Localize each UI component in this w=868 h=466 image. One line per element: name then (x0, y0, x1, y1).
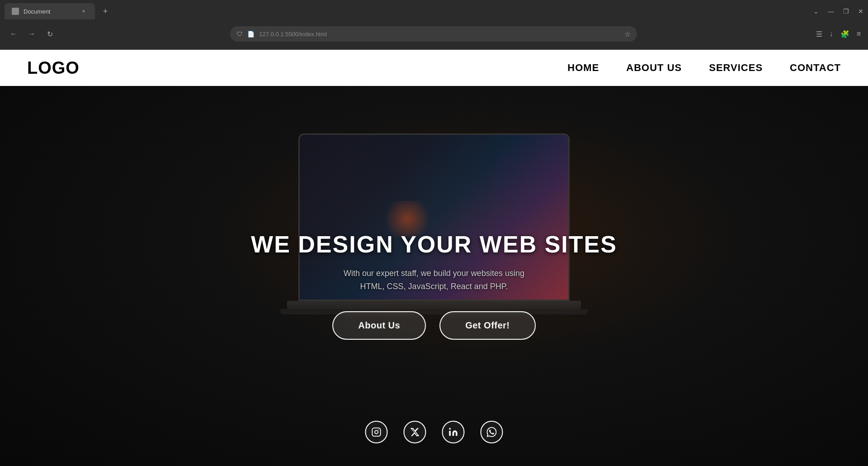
toolbar-right-icons: ☰ ↓ 🧩 ≡ (816, 30, 861, 38)
nav-home[interactable]: HOME (567, 62, 599, 74)
x-twitter-icon[interactable] (404, 421, 426, 443)
browser-chrome: Document × + ⌄ — ❐ ✕ ← → ↻ 🛡 📄 127.0.0.1… (0, 0, 868, 50)
bookmark-star-icon[interactable]: ☆ (624, 30, 631, 38)
browser-titlebar: Document × + ⌄ — ❐ ✕ (0, 0, 868, 23)
forward-button[interactable]: → (25, 28, 38, 40)
new-tab-button[interactable]: + (99, 5, 112, 18)
hero-content: WE DESIGN YOUR WEB SITES With our expert… (251, 231, 617, 367)
nav-services[interactable]: SERVICES (709, 62, 763, 74)
svg-point-2 (378, 429, 379, 430)
nav-services-link[interactable]: SERVICES (709, 62, 763, 73)
svg-rect-0 (372, 428, 380, 436)
hero-subtitle-line1: With our expert staff, we build your web… (344, 269, 524, 278)
svg-rect-3 (449, 431, 451, 436)
navbar: LOGO HOME ABOUT US SERVICES CONTACT (0, 50, 868, 86)
nav-contact[interactable]: CONTACT (790, 62, 841, 74)
titlebar-controls: ⌄ — ❐ ✕ (813, 8, 863, 15)
get-offer-button[interactable]: Get Offer! (439, 311, 535, 339)
social-icons (365, 421, 503, 443)
hero-title: WE DESIGN YOUR WEB SITES (251, 231, 617, 258)
download-icon[interactable]: ↓ (830, 30, 833, 38)
linkedin-icon[interactable] (442, 421, 465, 443)
svg-point-1 (375, 430, 378, 433)
whatsapp-icon[interactable] (481, 421, 503, 443)
pocket-icon[interactable]: ☰ (816, 30, 822, 38)
nav-contact-link[interactable]: CONTACT (790, 62, 841, 73)
browser-toolbar: ← → ↻ 🛡 📄 127.0.0.1:5500/index.html ☆ ☰ … (0, 23, 868, 45)
site-logo[interactable]: LOGO (27, 58, 80, 78)
nav-links: HOME ABOUT US SERVICES CONTACT (567, 62, 841, 74)
hero-section: LOGO HOME ABOUT US SERVICES CONTACT WE D… (0, 50, 868, 466)
svg-point-4 (449, 428, 451, 430)
chevron-down-icon[interactable]: ⌄ (813, 8, 819, 15)
nav-about[interactable]: ABOUT US (626, 62, 682, 74)
hero-subtitle: With our expert staff, we build your web… (251, 267, 617, 293)
tab-title: Document (24, 8, 75, 15)
tab-favicon-icon (12, 8, 19, 15)
address-bar[interactable]: 🛡 📄 127.0.0.1:5500/index.html ☆ (230, 26, 637, 42)
minimize-button[interactable]: — (828, 8, 834, 15)
extensions-icon[interactable]: 🧩 (840, 30, 849, 38)
security-shield-icon: 🛡 (236, 30, 243, 38)
restore-button[interactable]: ❐ (843, 8, 849, 15)
page-icon: 📄 (247, 31, 255, 38)
menu-icon[interactable]: ≡ (857, 30, 861, 38)
browser-tab[interactable]: Document × (5, 3, 95, 19)
hero-buttons: About Us Get Offer! (251, 311, 617, 339)
nav-about-link[interactable]: ABOUT US (626, 62, 682, 73)
refresh-button[interactable]: ↻ (43, 28, 56, 40)
tab-close-button[interactable]: × (80, 7, 88, 15)
url-display: 127.0.0.1:5500/index.html (259, 31, 620, 38)
close-button[interactable]: ✕ (858, 8, 863, 15)
back-button[interactable]: ← (7, 28, 20, 40)
instagram-icon[interactable] (365, 421, 388, 443)
about-us-button[interactable]: About Us (332, 311, 426, 339)
website-content: LOGO HOME ABOUT US SERVICES CONTACT WE D… (0, 50, 868, 466)
nav-home-link[interactable]: HOME (567, 62, 599, 73)
hero-subtitle-line2: HTML, CSS, JavaScript, React and PHP. (360, 282, 508, 291)
